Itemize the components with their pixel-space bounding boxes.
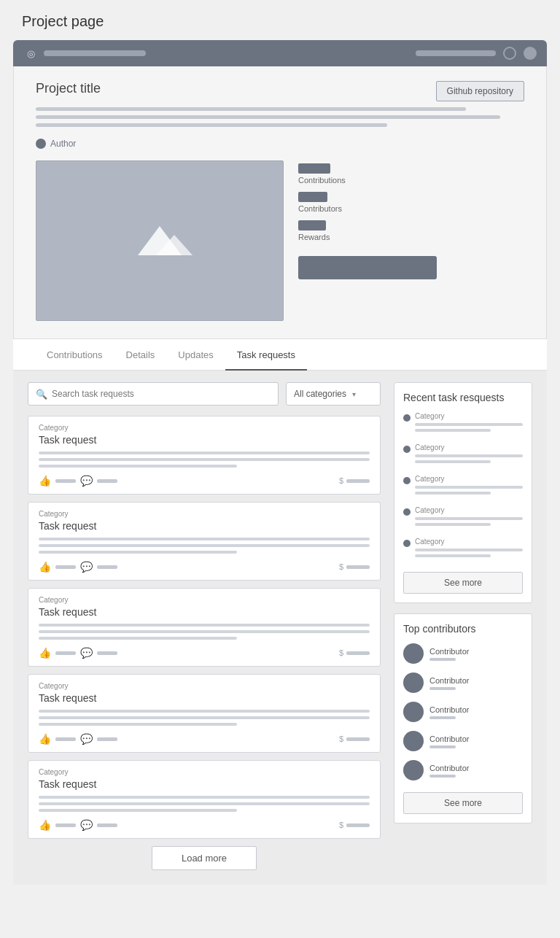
description-lines — [36, 107, 524, 131]
search-icon: 🔍 — [36, 389, 47, 400]
browser-chrome: ◎ — [13, 40, 547, 66]
dollar-icon-1: $ — [339, 476, 343, 485]
recent-see-more-button[interactable]: See more — [403, 572, 523, 594]
dollar-icon-3: $ — [339, 648, 343, 657]
contributor-item-1[interactable]: Contributor — [403, 643, 523, 664]
author-avatar-dot — [36, 139, 46, 149]
tab-task-requests[interactable]: Task requests — [225, 339, 307, 371]
recent-line-3a — [415, 486, 523, 489]
contributors-bar — [298, 192, 327, 202]
comment-icon-5: 💬 — [80, 819, 93, 831]
dollar-icon-4: $ — [339, 734, 343, 743]
thumbs-up-icon-2: 👍 — [39, 561, 51, 573]
author-row: Author — [36, 139, 524, 149]
footer-bar-5b — [97, 823, 117, 827]
search-row: 🔍 All categories ▾ — [28, 382, 381, 406]
card-lines-2 — [39, 538, 370, 554]
task-card-2[interactable]: Category Task request 👍 💬 $ — [28, 502, 381, 581]
card-lines-1 — [39, 451, 370, 468]
contributions-bar — [298, 163, 330, 174]
load-more-row: Load more — [28, 846, 381, 870]
recent-line-3b — [415, 492, 491, 495]
contributor-avatar-2 — [403, 673, 424, 693]
footer-bar-4b — [97, 737, 117, 741]
tab-details[interactable]: Details — [114, 339, 167, 371]
footer-bar-right-2 — [346, 565, 370, 569]
task-card-1[interactable]: Category Task request 👍 💬 $ — [28, 416, 381, 495]
recent-line-5b — [415, 554, 491, 557]
thumbs-up-icon-4: 👍 — [39, 733, 51, 745]
project-title: Project title — [36, 81, 101, 96]
recent-dot-5 — [403, 540, 411, 547]
contributor-avatar-4 — [403, 731, 424, 751]
recent-task-requests-section: Recent task resquests Category Category — [394, 382, 532, 603]
recent-line-4b — [415, 523, 491, 526]
recent-item-4[interactable]: Category — [403, 506, 523, 529]
task-left-column: 🔍 All categories ▾ Category Task request… — [28, 382, 381, 870]
contributor-bar-1 — [429, 658, 456, 661]
card-lines-5 — [39, 796, 370, 812]
thumbs-up-icon-3: 👍 — [39, 647, 51, 659]
recent-item-3[interactable]: Category — [403, 475, 523, 497]
task-card-3[interactable]: Category Task request 👍 💬 $ — [28, 588, 381, 667]
contributor-name-5: Contributor — [429, 764, 523, 772]
github-repository-button[interactable]: Github repository — [436, 81, 524, 101]
category-select[interactable]: All categories ▾ — [286, 382, 381, 406]
mountain-illustration — [123, 219, 196, 263]
card-title-4: Task request — [39, 692, 370, 704]
action-bar[interactable] — [298, 256, 437, 279]
footer-bar-4a — [55, 737, 76, 741]
contributor-item-2[interactable]: Contributor — [403, 673, 523, 693]
task-card-5[interactable]: Category Task request 👍 💬 $ — [28, 760, 381, 839]
comment-icon-2: 💬 — [80, 561, 93, 573]
recent-cat-4: Category — [415, 506, 523, 514]
contributor-avatar-3 — [403, 702, 424, 722]
contributor-bar-2 — [429, 687, 456, 690]
footer-bar-5a — [55, 823, 76, 827]
comment-icon-3: 💬 — [80, 647, 93, 659]
contributors-stat: Contributors — [298, 192, 524, 213]
contributor-name-3: Contributor — [429, 705, 523, 714]
project-image — [36, 160, 284, 321]
recent-dot-4 — [403, 508, 411, 516]
recent-dot-1 — [403, 414, 411, 422]
tab-contributions[interactable]: Contributions — [35, 339, 114, 371]
contributor-name-2: Contributor — [429, 676, 523, 685]
bell-icon — [503, 47, 516, 60]
card-category-4: Category — [39, 682, 370, 690]
contributor-item-3[interactable]: Contributor — [403, 702, 523, 722]
contributor-avatar-5 — [403, 760, 424, 780]
footer-bar-1a — [55, 479, 76, 483]
project-stats: Contributions Contributors Rewards — [298, 160, 524, 321]
dollar-icon-2: $ — [339, 562, 343, 571]
contributor-item-4[interactable]: Contributor — [403, 731, 523, 751]
comment-icon-1: 💬 — [80, 475, 93, 487]
task-card-4[interactable]: Category Task request 👍 💬 $ — [28, 674, 381, 753]
contributions-stat: Contributions — [298, 163, 524, 185]
footer-bar-3a — [55, 651, 76, 655]
user-avatar — [524, 47, 537, 60]
thumbs-up-icon-5: 👍 — [39, 819, 51, 831]
tab-updates[interactable]: Updates — [166, 339, 225, 371]
task-right-column: Recent task resquests Category Category — [394, 382, 532, 870]
tabs-row: Contributions Details Updates Task reque… — [13, 339, 547, 371]
recent-item-5[interactable]: Category — [403, 538, 523, 560]
load-more-button[interactable]: Load more — [152, 846, 257, 870]
recent-line-5a — [415, 549, 523, 551]
search-input[interactable] — [52, 389, 271, 399]
search-input-wrap[interactable]: 🔍 — [28, 382, 279, 406]
recent-line-2a — [415, 454, 523, 457]
contributor-bar-5 — [429, 775, 456, 778]
recent-item-1[interactable]: Category — [403, 412, 523, 435]
task-section: 🔍 All categories ▾ Category Task request… — [13, 371, 547, 885]
footer-bar-right-4 — [346, 737, 370, 741]
author-label: Author — [50, 139, 76, 149]
footer-bar-2b — [97, 565, 117, 569]
project-header: Project title Github repository Author — [14, 66, 546, 338]
contributor-item-5[interactable]: Contributor — [403, 760, 523, 780]
desc-line-2 — [36, 115, 500, 119]
footer-bar-right-3 — [346, 651, 370, 655]
card-title-2: Task request — [39, 520, 370, 532]
contributors-see-more-button[interactable]: See more — [403, 792, 523, 814]
recent-item-2[interactable]: Category — [403, 443, 523, 466]
